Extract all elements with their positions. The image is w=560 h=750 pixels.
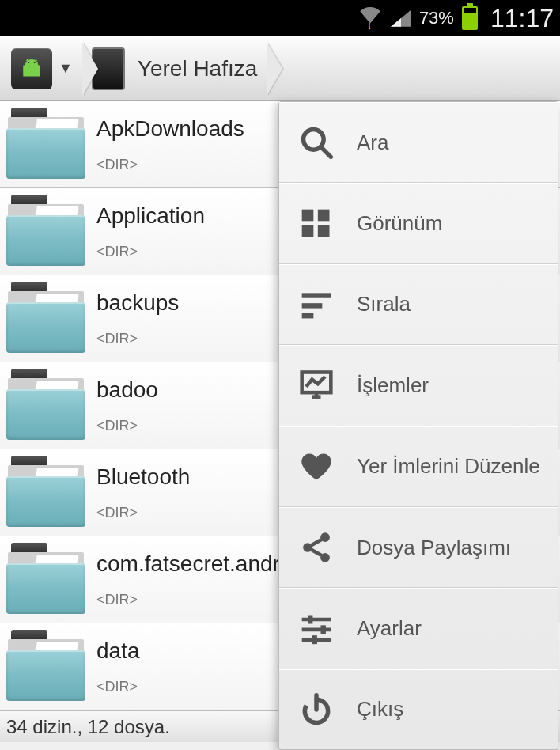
svg-line-3	[321, 147, 331, 157]
clock: 11:17	[490, 4, 554, 33]
menu-item-label: Ara	[357, 131, 388, 155]
menu-item-label: Çıkış	[357, 697, 403, 722]
svg-rect-7	[318, 225, 330, 237]
svg-rect-8	[302, 293, 331, 297]
menu-item-label: Ayarlar	[357, 616, 422, 641]
menu-item[interactable]: Yer İmlerini Düzenle	[279, 426, 558, 507]
svg-rect-20	[308, 616, 312, 624]
search-icon	[297, 123, 336, 162]
folder-icon	[5, 282, 87, 356]
menu-item[interactable]: Dosya Paylaşımı	[279, 507, 558, 588]
svg-point-0	[28, 61, 29, 62]
menu-item[interactable]: Görünüm	[279, 183, 558, 263]
folder-icon	[5, 195, 87, 269]
svg-rect-22	[321, 626, 326, 634]
grid-icon	[297, 204, 336, 244]
svg-line-18	[312, 550, 322, 555]
sort-icon	[297, 285, 336, 324]
svg-rect-9	[302, 303, 323, 308]
signal-icon	[391, 9, 411, 27]
context-menu: Ara Görünüm Sırala İşlemler Yer İmlerini…	[278, 101, 558, 750]
android-icon	[11, 48, 52, 89]
share-icon	[297, 528, 336, 567]
svg-line-17	[312, 540, 322, 545]
download-indicator-icon: ↓	[367, 19, 373, 32]
status-bar: ↓ 73% 11:17	[0, 0, 560, 36]
menu-item-label: Yer İmlerini Düzenle	[357, 454, 540, 479]
breadcrumb: ▼ Yerel Hafıza	[0, 36, 560, 101]
wifi-icon: ↓	[359, 6, 383, 30]
folder-icon	[5, 456, 87, 530]
sliders-icon	[297, 608, 336, 648]
svg-rect-24	[312, 636, 317, 645]
svg-rect-5	[318, 209, 330, 221]
menu-item[interactable]: Çıkış	[279, 669, 558, 749]
menu-item-label: Görünüm	[357, 211, 442, 236]
menu-item[interactable]: Ara	[279, 102, 558, 183]
power-icon	[297, 690, 336, 729]
svg-point-1	[34, 61, 36, 62]
breadcrumb-location-label: Yerel Hafıza	[138, 56, 258, 81]
battery-icon	[462, 6, 478, 30]
menu-item[interactable]: Sırala	[279, 264, 558, 345]
svg-rect-10	[302, 313, 314, 318]
folder-icon	[5, 369, 87, 443]
menu-item-label: Sırala	[357, 292, 411, 316]
menu-item[interactable]: Ayarlar	[279, 588, 558, 669]
breadcrumb-location[interactable]: Yerel Hafıza	[71, 42, 271, 96]
svg-rect-4	[302, 209, 314, 221]
svg-rect-6	[302, 225, 314, 237]
battery-percentage: 73%	[419, 8, 454, 28]
menu-item-label: İşlemler	[357, 373, 429, 398]
menu-item[interactable]: İşlemler	[279, 345, 558, 426]
heart-icon	[297, 447, 336, 487]
folder-icon	[5, 543, 87, 617]
folder-icon	[5, 630, 87, 704]
folder-icon	[5, 108, 87, 182]
menu-item-label: Dosya Paylaşımı	[357, 536, 511, 560]
chart-icon	[297, 366, 336, 405]
